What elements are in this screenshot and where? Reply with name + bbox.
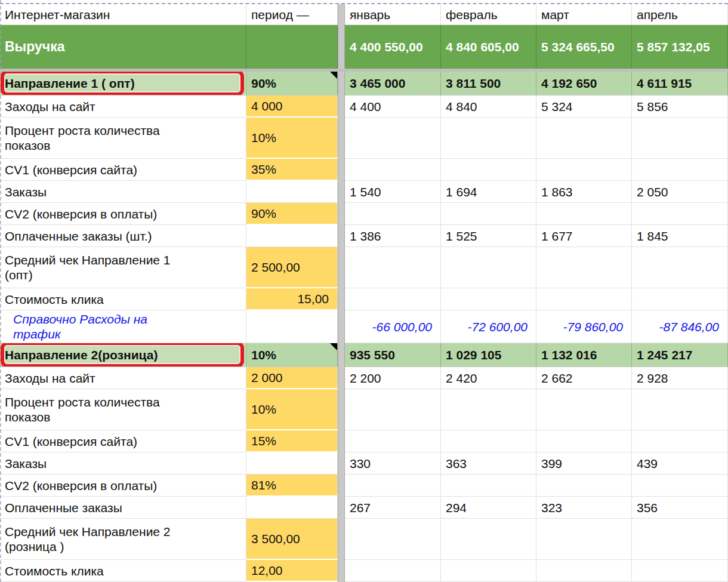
cell-month-3[interactable]: 1 845 <box>632 225 728 247</box>
cell-month-3[interactable] <box>632 159 728 181</box>
cell-month-3[interactable]: 5 857 132,05 <box>632 25 728 69</box>
cell-label[interactable]: Интернет-магазин <box>0 4 246 25</box>
cell-value[interactable]: 15% <box>246 430 338 452</box>
cell-label[interactable]: Стоимость клика <box>0 560 246 582</box>
cell-label[interactable]: Заходы на сайт <box>0 96 246 118</box>
cell-month-3[interactable] <box>632 560 728 582</box>
cell-label[interactable]: Средний чек Направление 2 (розница ) <box>0 519 246 560</box>
cell-label[interactable]: CV1 (конверсия сайта) <box>0 159 246 181</box>
cell-value[interactable]: 90% <box>246 72 338 96</box>
cell-month-2[interactable]: 1 863 <box>536 181 632 203</box>
cell-month-1[interactable]: 2 420 <box>441 367 536 389</box>
cell-month-1[interactable] <box>441 475 536 497</box>
cell-month-3[interactable]: 356 <box>632 497 728 519</box>
cell-month-0[interactable]: 330 <box>345 452 441 475</box>
cell-month-0[interactable]: 935 550 <box>345 343 441 367</box>
cell-month-0[interactable]: 4 400 <box>345 96 441 118</box>
cell-month-1[interactable]: 4 840 605,00 <box>441 25 536 69</box>
frozen-columns-divider[interactable] <box>338 310 345 343</box>
cell-month-2[interactable]: 5 324 665,50 <box>536 25 632 69</box>
cell-month-3[interactable] <box>632 203 728 225</box>
cell-month-1[interactable] <box>441 118 536 159</box>
frozen-columns-divider[interactable] <box>338 519 345 560</box>
cell-label[interactable]: Заказы <box>0 181 246 203</box>
cell-month-2[interactable] <box>536 203 632 225</box>
cell-month-0[interactable]: 3 465 000 <box>345 72 441 96</box>
frozen-columns-divider[interactable] <box>338 25 345 69</box>
cell-value[interactable]: 10% <box>246 118 338 159</box>
cell-month-0[interactable]: 1 386 <box>345 225 441 247</box>
cell-month-0[interactable] <box>345 475 441 497</box>
cell-month-2[interactable] <box>536 430 632 452</box>
cell-month-1[interactable] <box>441 389 536 430</box>
cell-month-1[interactable] <box>441 430 536 452</box>
cell-label[interactable]: Оплаченные заказы <box>0 497 246 519</box>
cell-month-0[interactable]: 4 400 550,00 <box>345 25 441 69</box>
cell-month-0[interactable] <box>345 389 441 430</box>
cell-month-3[interactable] <box>632 430 728 452</box>
frozen-columns-divider[interactable] <box>338 497 345 519</box>
cell-month-3[interactable]: 439 <box>632 452 728 475</box>
frozen-columns-divider[interactable] <box>338 288 345 310</box>
cell-month-3[interactable] <box>632 475 728 497</box>
cell-month-2[interactable]: 399 <box>536 452 632 475</box>
cell-month-1[interactable] <box>441 288 536 310</box>
cell-month-1[interactable]: 1 525 <box>441 225 536 247</box>
cell-label[interactable]: Выручка <box>0 25 246 69</box>
cell-month-2[interactable] <box>536 118 632 159</box>
cell-month-0[interactable] <box>345 118 441 159</box>
cell-month-1[interactable]: 4 840 <box>441 96 536 118</box>
cell-value[interactable]: 90% <box>246 203 338 225</box>
cell-month-1[interactable]: 3 811 500 <box>441 72 536 96</box>
cell-month-0[interactable] <box>345 519 441 560</box>
cell-month-3[interactable]: 4 611 915 <box>632 72 728 96</box>
cell-month-1[interactable] <box>441 247 536 288</box>
cell-month-1[interactable] <box>441 560 536 582</box>
cell-label[interactable]: Оплаченные заказы (шт.) <box>0 225 246 247</box>
cell-label[interactable]: Справочно Расходы на трафик <box>0 310 246 343</box>
cell-month-2[interactable]: -79 860,00 <box>536 310 632 343</box>
cell-label[interactable]: Средний чек Направление 1 (опт) <box>0 247 246 288</box>
cell-month-1[interactable]: 1 694 <box>441 181 536 203</box>
frozen-columns-divider[interactable] <box>338 247 345 288</box>
cell-value[interactable] <box>246 310 338 343</box>
cell-value[interactable] <box>246 25 338 69</box>
frozen-columns-divider[interactable] <box>338 367 345 389</box>
frozen-columns-divider[interactable] <box>338 452 345 475</box>
cell-value[interactable]: 2 000 <box>246 367 338 389</box>
cell-month-1[interactable]: 363 <box>441 452 536 475</box>
cell-month-0[interactable] <box>345 288 441 310</box>
cell-month-2[interactable] <box>536 159 632 181</box>
cell-month-3[interactable] <box>632 118 728 159</box>
cell-month-2[interactable]: 1 132 016 <box>536 343 632 367</box>
cell-value[interactable] <box>246 452 338 475</box>
frozen-columns-divider[interactable] <box>338 343 345 367</box>
frozen-columns-divider[interactable] <box>338 4 345 25</box>
cell-month-3[interactable] <box>632 389 728 430</box>
cell-month-2[interactable] <box>536 475 632 497</box>
cell-month-3[interactable]: 5 856 <box>632 96 728 118</box>
cell-month-0[interactable] <box>345 560 441 582</box>
cell-value[interactable]: 15,00 <box>246 288 338 310</box>
cell-value[interactable]: период — <box>246 4 338 25</box>
cell-month-2[interactable] <box>536 247 632 288</box>
cell-value[interactable]: 10% <box>246 389 338 430</box>
cell-month-2[interactable] <box>536 560 632 582</box>
cell-month-1[interactable]: 1 029 105 <box>441 343 536 367</box>
cell-month-2[interactable]: март <box>536 4 632 25</box>
cell-month-1[interactable]: 294 <box>441 497 536 519</box>
frozen-columns-divider[interactable] <box>338 72 345 96</box>
cell-month-1[interactable] <box>441 519 536 560</box>
cell-label[interactable]: Направление 1 ( опт) <box>0 72 246 96</box>
cell-month-3[interactable]: 2 050 <box>632 181 728 203</box>
frozen-columns-divider[interactable] <box>338 560 345 582</box>
cell-month-0[interactable]: январь <box>345 4 441 25</box>
cell-month-2[interactable]: 2 662 <box>536 367 632 389</box>
cell-month-3[interactable]: апрель <box>632 4 728 25</box>
cell-value[interactable] <box>246 181 338 203</box>
cell-value[interactable] <box>246 497 338 519</box>
cell-value[interactable]: 4 000 <box>246 96 338 118</box>
frozen-columns-divider[interactable] <box>338 225 345 247</box>
cell-label[interactable]: Направление 2(розница) <box>0 343 246 367</box>
cell-month-3[interactable]: -87 846,00 <box>632 310 728 343</box>
